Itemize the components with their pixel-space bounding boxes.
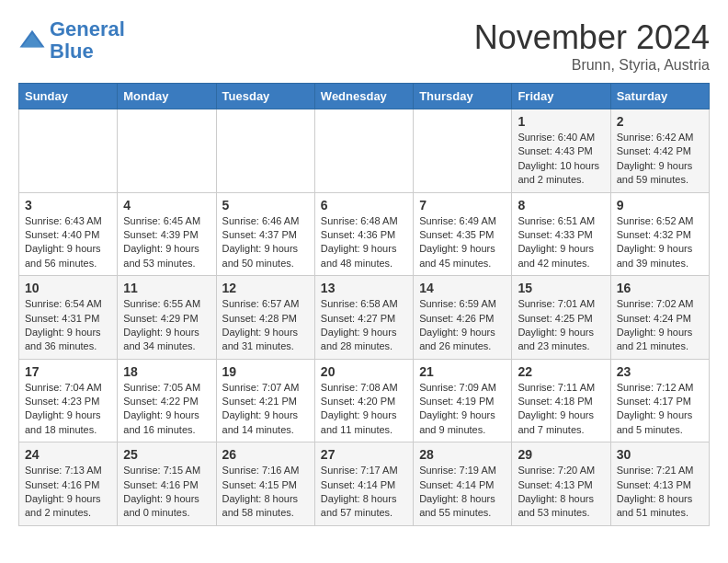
- day-detail: Sunrise: 6:51 AM Sunset: 4:33 PM Dayligh…: [518, 214, 604, 271]
- day-cell: 8Sunrise: 6:51 AM Sunset: 4:33 PM Daylig…: [512, 192, 610, 276]
- week-row-2: 3Sunrise: 6:43 AM Sunset: 4:40 PM Daylig…: [19, 192, 710, 276]
- day-cell: 3Sunrise: 6:43 AM Sunset: 4:40 PM Daylig…: [19, 192, 118, 276]
- day-detail: Sunrise: 6:40 AM Sunset: 4:43 PM Dayligh…: [518, 131, 604, 188]
- day-cell: 7Sunrise: 6:49 AM Sunset: 4:35 PM Daylig…: [414, 192, 512, 276]
- day-number: 12: [222, 281, 309, 295]
- logo-text: General Blue: [50, 18, 125, 63]
- day-number: 10: [25, 281, 111, 295]
- calendar-table: SundayMondayTuesdayWednesdayThursdayFrid…: [18, 83, 710, 526]
- day-number: 28: [419, 447, 506, 462]
- day-detail: Sunrise: 7:12 AM Sunset: 4:17 PM Dayligh…: [617, 381, 703, 438]
- day-cell: 14Sunrise: 6:59 AM Sunset: 4:26 PM Dayli…: [414, 276, 512, 360]
- day-cell: 13Sunrise: 6:58 AM Sunset: 4:27 PM Dayli…: [314, 276, 413, 360]
- day-number: 18: [123, 364, 210, 379]
- day-cell: 29Sunrise: 7:20 AM Sunset: 4:13 PM Dayli…: [512, 442, 610, 526]
- title-block: November 2024 Brunn, Styria, Austria: [474, 18, 710, 74]
- day-header-thursday: Thursday: [414, 84, 512, 109]
- day-header-sunday: Sunday: [19, 84, 118, 109]
- month-title: November 2024: [474, 18, 710, 57]
- day-detail: Sunrise: 7:16 AM Sunset: 4:15 PM Dayligh…: [222, 464, 309, 521]
- day-detail: Sunrise: 7:13 AM Sunset: 4:16 PM Dayligh…: [25, 464, 111, 521]
- day-number: 17: [25, 364, 111, 379]
- day-number: 11: [123, 281, 210, 295]
- day-cell: 5Sunrise: 6:46 AM Sunset: 4:37 PM Daylig…: [216, 192, 314, 276]
- day-number: 24: [25, 447, 111, 462]
- day-detail: Sunrise: 7:19 AM Sunset: 4:14 PM Dayligh…: [419, 464, 506, 521]
- day-cell: 25Sunrise: 7:15 AM Sunset: 4:16 PM Dayli…: [118, 442, 216, 526]
- day-cell: [414, 109, 512, 193]
- page-header: General Blue November 2024 Brunn, Styria…: [18, 18, 710, 74]
- header-row: SundayMondayTuesdayWednesdayThursdayFrid…: [19, 84, 710, 109]
- day-detail: Sunrise: 7:08 AM Sunset: 4:20 PM Dayligh…: [321, 381, 407, 438]
- day-number: 3: [25, 198, 111, 213]
- day-detail: Sunrise: 6:43 AM Sunset: 4:40 PM Dayligh…: [25, 214, 111, 271]
- day-cell: 12Sunrise: 6:57 AM Sunset: 4:28 PM Dayli…: [216, 276, 314, 360]
- logo-icon: [18, 27, 46, 54]
- day-number: 25: [123, 447, 210, 462]
- day-number: 23: [617, 364, 703, 379]
- day-cell: 2Sunrise: 6:42 AM Sunset: 4:42 PM Daylig…: [610, 109, 709, 193]
- day-detail: Sunrise: 7:05 AM Sunset: 4:22 PM Dayligh…: [123, 381, 210, 438]
- day-cell: 4Sunrise: 6:45 AM Sunset: 4:39 PM Daylig…: [118, 192, 216, 276]
- day-detail: Sunrise: 7:17 AM Sunset: 4:14 PM Dayligh…: [321, 464, 407, 521]
- day-header-friday: Friday: [512, 84, 610, 109]
- day-detail: Sunrise: 7:11 AM Sunset: 4:18 PM Dayligh…: [518, 381, 604, 438]
- day-detail: Sunrise: 6:54 AM Sunset: 4:31 PM Dayligh…: [25, 297, 111, 354]
- day-cell: [19, 109, 118, 193]
- day-cell: 10Sunrise: 6:54 AM Sunset: 4:31 PM Dayli…: [19, 276, 118, 360]
- day-number: 27: [321, 447, 407, 462]
- day-number: 5: [222, 198, 309, 213]
- day-number: 9: [617, 198, 703, 213]
- day-number: 21: [419, 364, 506, 379]
- day-detail: Sunrise: 7:15 AM Sunset: 4:16 PM Dayligh…: [123, 464, 210, 521]
- day-number: 8: [518, 198, 604, 213]
- day-detail: Sunrise: 6:46 AM Sunset: 4:37 PM Dayligh…: [222, 214, 309, 271]
- day-detail: Sunrise: 6:59 AM Sunset: 4:26 PM Dayligh…: [419, 297, 506, 354]
- day-number: 22: [518, 364, 604, 379]
- day-cell: 23Sunrise: 7:12 AM Sunset: 4:17 PM Dayli…: [610, 359, 709, 442]
- day-detail: Sunrise: 7:07 AM Sunset: 4:21 PM Dayligh…: [222, 381, 309, 438]
- day-cell: 6Sunrise: 6:48 AM Sunset: 4:36 PM Daylig…: [314, 192, 413, 276]
- day-cell: 22Sunrise: 7:11 AM Sunset: 4:18 PM Dayli…: [512, 359, 610, 442]
- week-row-4: 17Sunrise: 7:04 AM Sunset: 4:23 PM Dayli…: [19, 359, 710, 442]
- day-number: 6: [321, 198, 407, 213]
- day-detail: Sunrise: 7:01 AM Sunset: 4:25 PM Dayligh…: [518, 297, 604, 354]
- day-cell: 18Sunrise: 7:05 AM Sunset: 4:22 PM Dayli…: [118, 359, 216, 442]
- logo: General Blue: [18, 18, 125, 63]
- day-detail: Sunrise: 6:57 AM Sunset: 4:28 PM Dayligh…: [222, 297, 309, 354]
- day-number: 19: [222, 364, 309, 379]
- day-cell: [314, 109, 413, 193]
- day-cell: [118, 109, 216, 193]
- day-header-tuesday: Tuesday: [216, 84, 314, 109]
- day-number: 30: [617, 447, 703, 462]
- day-number: 2: [617, 114, 703, 129]
- day-number: 20: [321, 364, 407, 379]
- day-number: 26: [222, 447, 309, 462]
- day-detail: Sunrise: 6:48 AM Sunset: 4:36 PM Dayligh…: [321, 214, 407, 271]
- day-cell: 20Sunrise: 7:08 AM Sunset: 4:20 PM Dayli…: [314, 359, 413, 442]
- day-number: 16: [617, 281, 703, 295]
- day-cell: 19Sunrise: 7:07 AM Sunset: 4:21 PM Dayli…: [216, 359, 314, 442]
- week-row-3: 10Sunrise: 6:54 AM Sunset: 4:31 PM Dayli…: [19, 276, 710, 360]
- day-detail: Sunrise: 7:02 AM Sunset: 4:24 PM Dayligh…: [617, 297, 703, 354]
- week-row-1: 1Sunrise: 6:40 AM Sunset: 4:43 PM Daylig…: [19, 109, 710, 193]
- day-cell: 28Sunrise: 7:19 AM Sunset: 4:14 PM Dayli…: [414, 442, 512, 526]
- day-cell: 24Sunrise: 7:13 AM Sunset: 4:16 PM Dayli…: [19, 442, 118, 526]
- day-number: 15: [518, 281, 604, 295]
- day-cell: 15Sunrise: 7:01 AM Sunset: 4:25 PM Dayli…: [512, 276, 610, 360]
- day-detail: Sunrise: 7:20 AM Sunset: 4:13 PM Dayligh…: [518, 464, 604, 521]
- day-detail: Sunrise: 6:49 AM Sunset: 4:35 PM Dayligh…: [419, 214, 506, 271]
- day-detail: Sunrise: 6:45 AM Sunset: 4:39 PM Dayligh…: [123, 214, 210, 271]
- day-number: 7: [419, 198, 506, 213]
- day-detail: Sunrise: 7:21 AM Sunset: 4:13 PM Dayligh…: [617, 464, 703, 521]
- location-subtitle: Brunn, Styria, Austria: [474, 57, 710, 74]
- day-header-monday: Monday: [118, 84, 216, 109]
- week-row-5: 24Sunrise: 7:13 AM Sunset: 4:16 PM Dayli…: [19, 442, 710, 526]
- day-cell: 26Sunrise: 7:16 AM Sunset: 4:15 PM Dayli…: [216, 442, 314, 526]
- day-cell: 27Sunrise: 7:17 AM Sunset: 4:14 PM Dayli…: [314, 442, 413, 526]
- day-cell: [216, 109, 314, 193]
- day-cell: 21Sunrise: 7:09 AM Sunset: 4:19 PM Dayli…: [414, 359, 512, 442]
- day-detail: Sunrise: 6:52 AM Sunset: 4:32 PM Dayligh…: [617, 214, 703, 271]
- day-number: 4: [123, 198, 210, 213]
- day-header-saturday: Saturday: [610, 84, 709, 109]
